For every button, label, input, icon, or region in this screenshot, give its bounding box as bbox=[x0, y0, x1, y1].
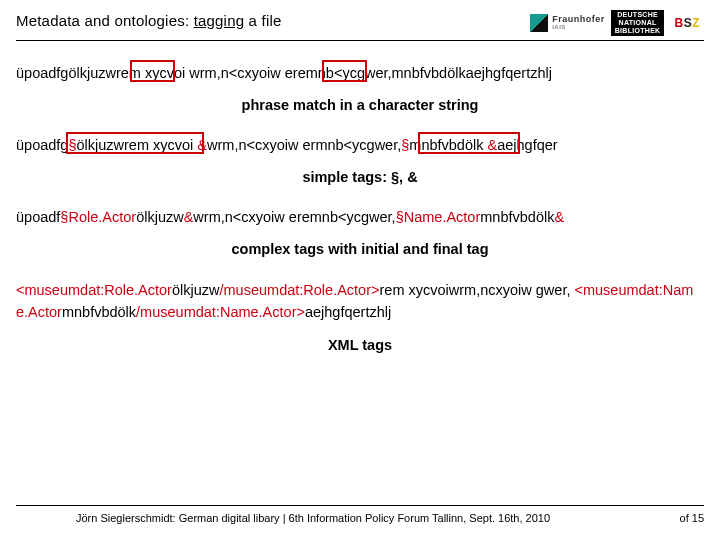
logo-bar: Fraunhofer IAIS DEUTSCHE NATIONAL BIBLIO… bbox=[522, 10, 704, 36]
section-xml-tags: <museumdat:Role.Actorölkjuzw/museumdat:R… bbox=[16, 279, 704, 353]
title-text-c: a file bbox=[244, 12, 281, 29]
s3-t2: ölkjuzw bbox=[136, 209, 184, 225]
xml-tags-caption: XML tags bbox=[16, 337, 704, 353]
s3-m4: & bbox=[554, 209, 564, 225]
s4-tag1: museumdat:Role.Actor bbox=[24, 282, 171, 298]
s4-t4: aejhgfqertzhlj bbox=[305, 304, 391, 320]
xml-tags-text: <museumdat:Role.Actorölkjuzw/museumdat:R… bbox=[16, 282, 693, 320]
phrase-match-text: üpoadfgölkjuzwrem xycvoi wrm,n<cxyoiw er… bbox=[16, 65, 552, 81]
bsz-logo: BSZ bbox=[670, 10, 704, 36]
s3-r2: Name.Actor bbox=[404, 209, 481, 225]
highlight-box-1 bbox=[130, 60, 175, 82]
dnb-line2: NATIONAL bbox=[619, 19, 657, 27]
s3-t3: wrm,n<cxyoiw eremnb<ycgwer, bbox=[193, 209, 395, 225]
highlight-box-3 bbox=[66, 132, 204, 154]
fraunhofer-subtext: IAIS bbox=[552, 23, 605, 31]
highlight-box-2 bbox=[322, 60, 367, 82]
fraunhofer-icon bbox=[530, 14, 548, 32]
s4-t1: ölkjuzw bbox=[172, 282, 220, 298]
s3-r1: Role.Actor bbox=[68, 209, 136, 225]
header: Metadata and ontologies: tagging a file … bbox=[16, 12, 704, 36]
section-simple-tags: üpoadfg§ölkjuzwrem xycvoi &wrm,n<cxyoiw … bbox=[16, 135, 704, 185]
section-complex-tags: üpoadf§Role.Actorölkjuzw&wrm,n<cxyoiw er… bbox=[16, 207, 704, 257]
fraunhofer-text: Fraunhofer bbox=[552, 15, 605, 23]
dnb-logo: DEUTSCHE NATIONAL BIBLIOTHEK bbox=[611, 10, 665, 36]
s3-t4: mnbfvbdölk bbox=[480, 209, 554, 225]
s2-t1: üpoadfg bbox=[16, 137, 68, 153]
page-title: Metadata and ontologies: tagging a file bbox=[16, 12, 522, 33]
footer-credit: Jörn Sieglerschmidt: German digital liba… bbox=[16, 512, 550, 524]
highlight-box-4 bbox=[418, 132, 520, 154]
s4-c1: /museumdat:Role.Actor bbox=[220, 282, 372, 298]
s3-t1: üpoadf bbox=[16, 209, 60, 225]
dnb-line3: BIBLIOTHEK bbox=[615, 27, 661, 35]
header-rule bbox=[16, 40, 704, 41]
complex-tags-caption: complex tags with initial and final tag bbox=[16, 241, 704, 257]
s4-t2: rem xycvoiwrm,ncxyoiw gwer, bbox=[379, 282, 574, 298]
title-text-b: tagging bbox=[194, 12, 245, 29]
footer-rule bbox=[16, 505, 704, 506]
phrase-match-caption: phrase match in a character string bbox=[16, 97, 704, 113]
s4-o2: < bbox=[574, 282, 582, 298]
section-phrase-match: üpoadfgölkjuzwrem xycvoi wrm,n<cxyoiw er… bbox=[16, 63, 704, 113]
s2-t3: wrm,n<cxyoiw ermnb<ycgwer, bbox=[207, 137, 401, 153]
s4-cl2: > bbox=[296, 304, 304, 320]
simple-tags-caption: simple tags: §, & bbox=[16, 169, 704, 185]
s3-m2: & bbox=[184, 209, 194, 225]
s4-c2: /museumdat:Name.Actor bbox=[136, 304, 296, 320]
fraunhofer-logo: Fraunhofer IAIS bbox=[530, 10, 605, 36]
footer-page: of 15 bbox=[680, 512, 704, 524]
footer: Jörn Sieglerschmidt: German digital liba… bbox=[0, 505, 720, 524]
complex-tags-text: üpoadf§Role.Actorölkjuzw&wrm,n<cxyoiw er… bbox=[16, 209, 564, 225]
dnb-line1: DEUTSCHE bbox=[617, 11, 658, 19]
s4-t3: mnbfvbdölk bbox=[62, 304, 136, 320]
s3-m3: § bbox=[396, 209, 404, 225]
title-text-a: Metadata and ontologies: bbox=[16, 12, 194, 29]
